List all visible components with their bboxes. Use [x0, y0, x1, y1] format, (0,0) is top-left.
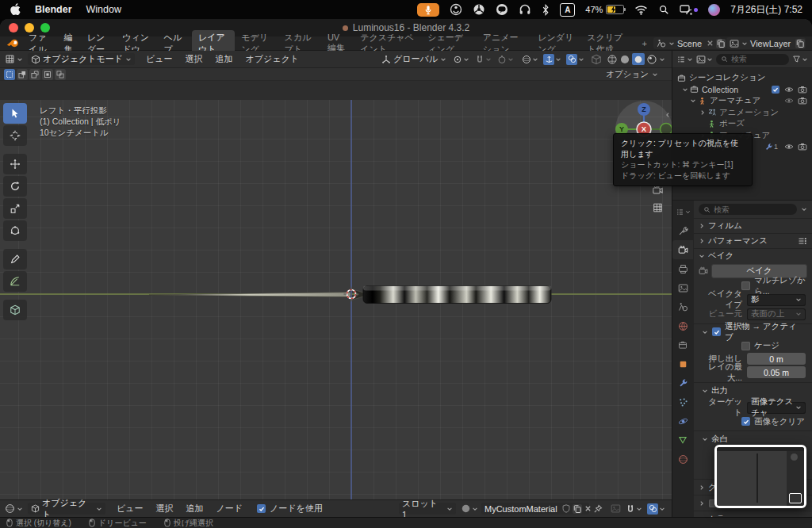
properties-search-input[interactable] [714, 205, 792, 214]
outliner-display-mode-button[interactable] [696, 55, 713, 64]
shader-menu-node[interactable]: ノード [210, 503, 250, 515]
eye-icon[interactable] [784, 85, 794, 94]
material-browse-button[interactable] [461, 503, 478, 514]
sidebar-collapse-arrow[interactable] [665, 111, 671, 119]
viewport-menu-object[interactable]: オブジェクト [239, 53, 306, 65]
blender-logo[interactable] [6, 38, 20, 48]
extrusion-field[interactable]: 0 m [747, 353, 806, 365]
add-workspace-button[interactable]: + [636, 37, 653, 50]
viewport-menu-select[interactable]: 選択 [179, 53, 209, 65]
select-mode-subtract-button[interactable] [29, 69, 40, 80]
target-dropdown[interactable]: 画像テクスチャ [747, 402, 806, 414]
panel-bake[interactable]: ベイク [694, 249, 812, 263]
bake-type-dropdown[interactable]: 影 [747, 294, 806, 306]
object-visibility-dropdown[interactable] [522, 55, 538, 64]
properties-tab-scene[interactable] [672, 297, 693, 316]
shader-menu-select[interactable]: 選択 [150, 503, 180, 515]
proportional-edit-toggle[interactable] [497, 55, 514, 64]
eye-icon[interactable] [784, 142, 794, 151]
show-overlays-toggle[interactable] [566, 54, 584, 65]
viewport-menu-view[interactable]: ビュー [140, 53, 179, 65]
screen-mirroring-icon[interactable] [680, 5, 698, 15]
pivot-point-selector[interactable] [453, 55, 469, 64]
properties-tab-output[interactable] [672, 259, 693, 278]
menubar-item-window[interactable]: Window [86, 4, 121, 15]
viewport-editor-type-button[interactable] [0, 54, 28, 64]
shading-solid-button[interactable] [619, 54, 630, 65]
obs-icon[interactable] [450, 3, 462, 16]
properties-tab-world[interactable] [672, 316, 693, 335]
multires-checkbox[interactable] [741, 281, 750, 290]
properties-tab-object[interactable] [672, 354, 693, 373]
spotlight-search-icon[interactable] [658, 4, 669, 15]
collection-checkbox[interactable] [772, 86, 779, 94]
max-ray-field[interactable]: 0.05 m [747, 366, 806, 378]
tool-scale[interactable] [3, 198, 27, 219]
expand-icon[interactable] [682, 86, 688, 93]
shader-type-selector[interactable]: オブジェクト [28, 503, 105, 515]
mic-status-pill[interactable] [417, 3, 439, 17]
viewport-menu-add[interactable]: 追加 [209, 53, 239, 65]
select-mode-invert-button[interactable] [42, 69, 53, 80]
tool-select-box[interactable] [3, 103, 27, 124]
shading-rendered-button[interactable] [646, 54, 657, 65]
properties-tab-collection[interactable] [672, 335, 693, 354]
properties-tab-modifiers[interactable] [672, 373, 693, 392]
panel-film[interactable]: フィルム [694, 219, 812, 233]
eye-icon[interactable] [784, 96, 794, 105]
preset-icon[interactable] [798, 236, 807, 246]
expand-icon[interactable] [699, 109, 706, 116]
new-material-icon[interactable] [573, 504, 582, 514]
tool-rotate[interactable] [3, 176, 27, 197]
select-mode-intersect-button[interactable] [55, 69, 66, 80]
tool-annotate[interactable] [3, 249, 27, 270]
outliner-search[interactable] [716, 54, 789, 65]
node-preview-toggle[interactable] [611, 503, 621, 514]
panel-performance[interactable]: パフォーマンス [694, 234, 812, 248]
outliner-row-pose[interactable]: ポーズ [677, 118, 809, 130]
outliner-filter-button[interactable] [792, 55, 808, 63]
view-layer-selector[interactable]: ViewLayer [726, 37, 806, 49]
modifier-wrench-icon[interactable] [764, 143, 773, 151]
show-gizmo-toggle[interactable] [543, 54, 561, 65]
use-nodes-checkbox[interactable] [257, 504, 266, 513]
properties-tab-render[interactable] [672, 240, 693, 259]
mode-selector[interactable]: オブジェクトモード [28, 53, 135, 65]
outliner-row-armature-object[interactable]: アーマチュア [677, 95, 809, 107]
shading-material-preview-button[interactable] [632, 53, 645, 65]
toggle-ortho-button[interactable] [652, 202, 664, 213]
outliner-row-collection[interactable]: Collection [677, 84, 809, 96]
wifi-icon[interactable] [634, 5, 648, 15]
material-slot-selector[interactable]: スロット1 [399, 503, 456, 515]
fake-user-shield-icon[interactable] [562, 504, 570, 513]
battery-status[interactable]: 47% [585, 5, 624, 14]
select-mode-extend-button[interactable] [17, 69, 28, 80]
material-name-field[interactable]: MyCustomMaterial [481, 503, 589, 515]
tool-move[interactable] [3, 154, 27, 174]
properties-tab-view-layer[interactable] [672, 278, 693, 297]
cage-checkbox[interactable] [741, 342, 750, 350]
select-mode-set-button[interactable] [4, 69, 15, 80]
properties-editor-type-button[interactable] [672, 202, 693, 221]
properties-tab-particles[interactable] [672, 392, 693, 411]
clear-image-checkbox[interactable] [741, 417, 750, 426]
shading-wireframe-button[interactable] [607, 54, 618, 65]
shader-menu-add[interactable]: 追加 [180, 503, 210, 515]
siri-icon[interactable] [708, 4, 720, 16]
node-snap-toggle[interactable] [626, 504, 642, 514]
wheel-icon[interactable] [473, 3, 485, 16]
headset-icon[interactable] [519, 3, 531, 16]
properties-tab-tool[interactable] [672, 221, 693, 240]
shader-menu-view[interactable]: ビュー [110, 503, 150, 515]
view-from-dropdown[interactable]: 表面の上 [747, 308, 806, 320]
apple-logo[interactable] [10, 3, 21, 16]
properties-tab-physics[interactable] [672, 411, 693, 430]
outliner-editor-type-button[interactable] [676, 55, 693, 64]
menubar-app-name[interactable]: Blender [35, 4, 72, 15]
snap-toggle[interactable] [475, 55, 492, 64]
tool-add-cube[interactable] [3, 300, 27, 320]
menubar-datetime[interactable]: 7月26日(土) 7:52 [730, 3, 802, 17]
xray-toggle[interactable] [591, 54, 602, 65]
shader-editor-type-button[interactable] [0, 503, 28, 514]
screenshot-thumbnail[interactable] [714, 445, 806, 508]
